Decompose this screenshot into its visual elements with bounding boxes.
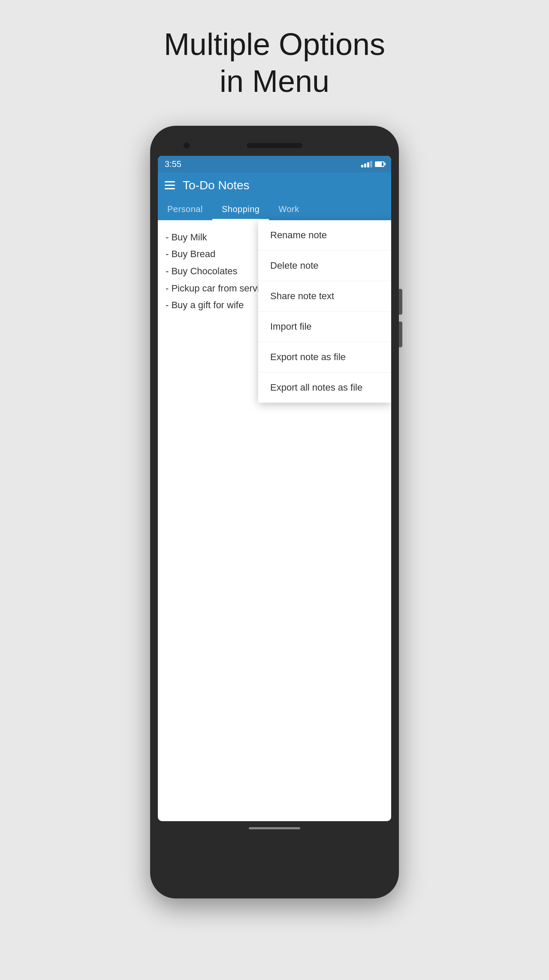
menu-item-rename[interactable]: Rename note — [258, 220, 391, 251]
volume-down-button[interactable] — [399, 322, 402, 347]
home-bar[interactable] — [249, 827, 300, 829]
status-icons — [361, 161, 384, 167]
app-bar: To-Do Notes — [158, 173, 391, 198]
camera — [184, 143, 190, 149]
menu-item-import[interactable]: Import file — [258, 312, 391, 342]
menu-item-delete[interactable]: Delete note — [258, 251, 391, 281]
menu-item-export-all[interactable]: Export all notes as file — [258, 373, 391, 403]
phone-bottom — [158, 821, 391, 832]
status-time: 3:55 — [165, 159, 181, 169]
dropdown-menu: Rename note Delete note Share note text … — [258, 220, 391, 403]
tab-shopping[interactable]: Shopping — [212, 198, 269, 220]
tab-bar: Personal Shopping Work — [158, 198, 391, 220]
status-bar: 3:55 — [158, 156, 391, 173]
page-title: Multiple Options in Menu — [164, 26, 385, 100]
app-title: To-Do Notes — [183, 179, 250, 192]
phone-shell: 3:55 To-Do Notes — [150, 126, 399, 898]
battery-icon — [375, 161, 384, 167]
phone-top-area — [158, 139, 391, 156]
menu-item-export-note[interactable]: Export note as file — [258, 342, 391, 373]
volume-up-button[interactable] — [399, 289, 402, 315]
menu-item-share[interactable]: Share note text — [258, 281, 391, 312]
phone-screen: 3:55 To-Do Notes — [158, 156, 391, 821]
note-content-area: - Buy Milk - Buy Bread - Buy Chocolates … — [158, 220, 391, 735]
hamburger-menu-button[interactable] — [165, 181, 175, 189]
tab-work[interactable]: Work — [269, 198, 308, 220]
side-buttons — [399, 289, 402, 347]
signal-icon — [361, 161, 372, 167]
tab-personal[interactable]: Personal — [158, 198, 212, 220]
speaker — [247, 143, 302, 148]
